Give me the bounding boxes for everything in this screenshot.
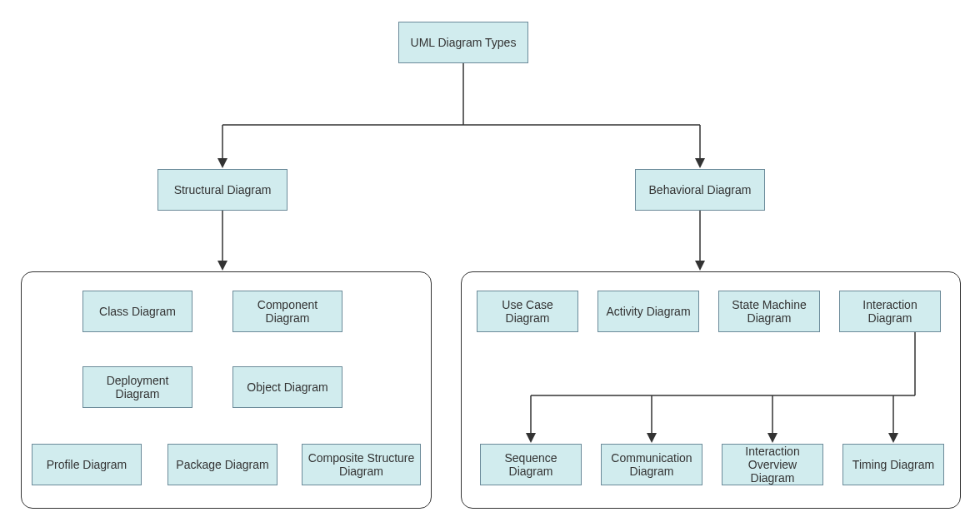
node-communication-diagram: Communication Diagram <box>601 444 702 485</box>
label: Profile Diagram <box>47 458 127 471</box>
node-timing-diagram: Timing Diagram <box>842 444 944 485</box>
node-package-diagram: Package Diagram <box>168 444 278 485</box>
node-class-diagram: Class Diagram <box>82 291 192 332</box>
node-usecase-diagram: Use Case Diagram <box>477 291 578 332</box>
label: Timing Diagram <box>852 458 934 471</box>
node-composite-structure-diagram: Composite Structure Diagram <box>302 444 421 485</box>
node-sequence-diagram: Sequence Diagram <box>480 444 582 485</box>
label: Class Diagram <box>99 305 176 318</box>
label: Interaction Overview Diagram <box>726 445 819 485</box>
label: UML Diagram Types <box>411 36 517 49</box>
label: Structural Diagram <box>174 183 272 196</box>
node-profile-diagram: Profile Diagram <box>32 444 142 485</box>
label: Object Diagram <box>247 380 328 394</box>
node-component-diagram: Component Diagram <box>232 291 342 332</box>
label: Composite Structure Diagram <box>306 451 417 478</box>
node-interaction-diagram: Interaction Diagram <box>839 291 941 332</box>
label: State Machine Diagram <box>722 298 816 325</box>
node-root: UML Diagram Types <box>398 22 528 63</box>
label: Package Diagram <box>176 458 268 471</box>
label: Use Case Diagram <box>481 298 574 325</box>
label: Interaction Diagram <box>843 298 937 325</box>
label: Deployment Diagram <box>87 374 188 400</box>
node-statemachine-diagram: State Machine Diagram <box>718 291 820 332</box>
node-activity-diagram: Activity Diagram <box>598 291 699 332</box>
node-deployment-diagram: Deployment Diagram <box>82 366 192 408</box>
label: Communication Diagram <box>605 451 698 478</box>
label: Sequence Diagram <box>484 451 578 478</box>
node-behavioral: Behavioral Diagram <box>635 169 765 211</box>
node-object-diagram: Object Diagram <box>232 366 342 408</box>
label: Behavioral Diagram <box>649 183 752 196</box>
node-interaction-overview-diagram: Interaction Overview Diagram <box>722 444 823 485</box>
node-structural: Structural Diagram <box>158 169 288 211</box>
label: Activity Diagram <box>606 305 690 318</box>
label: Component Diagram <box>237 298 338 325</box>
